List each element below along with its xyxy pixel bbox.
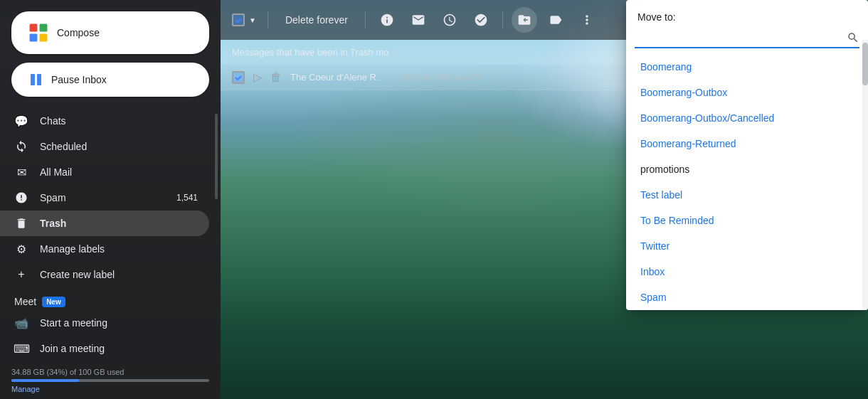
check-circle-icon <box>474 13 488 27</box>
meet-section: Meet New 📹 Start a meeting ⌨ Join a meet… <box>0 287 221 362</box>
sidebar-item-label: Trash <box>40 218 198 229</box>
storage-text: 34.88 GB (34%) of 100 GB used <box>11 368 124 376</box>
dropdown-item-boomerang-outbox[interactable]: Boomerang-Outbox <box>626 80 868 105</box>
label-button[interactable] <box>543 7 568 33</box>
sidebar-item-chats[interactable]: 💬 Chats <box>0 108 209 134</box>
dropdown-item-to-be-reminded[interactable]: To Be Reminded <box>626 208 868 233</box>
label-icon <box>549 13 563 27</box>
info-icon <box>380 13 394 27</box>
search-icon <box>847 31 859 44</box>
sidebar: Compose Pause Inbox 💬 Chats Scheduled <box>0 0 221 399</box>
trash-bar-text: Messages that have been in Trash mo <box>232 47 388 58</box>
sidebar-item-join-meeting[interactable]: ⌨ Join a meeting <box>0 336 209 361</box>
storage-bar-bg <box>11 379 209 382</box>
dropdown-item-boomerang[interactable]: Boomerang <box>626 54 868 80</box>
email-sender: The Coeur d'Alene R. <box>290 72 390 83</box>
dropdown-item-spam[interactable]: Spam <box>626 284 868 310</box>
compose-plus-icon <box>28 23 48 43</box>
dropdown-item-inbox[interactable]: Inbox <box>626 259 868 284</box>
snooze-button[interactable] <box>437 7 462 33</box>
svg-rect-3 <box>40 34 48 42</box>
create-label-icon: + <box>14 267 28 282</box>
pause-inbox-label: Pause Inbox <box>51 74 107 85</box>
toolbar-separator-3 <box>502 11 503 28</box>
move-to-button[interactable] <box>512 7 537 33</box>
email-forward-icon: ▷ <box>253 70 262 84</box>
meet-label: Meet <box>14 296 36 307</box>
manage-storage-link[interactable]: Manage <box>11 385 40 393</box>
meet-new-badge: New <box>42 297 65 307</box>
folder-move-icon <box>517 13 531 27</box>
meet-header: Meet New <box>0 293 221 310</box>
move-to-dropdown: Move to: Boomerang Boomerang-Outbox Boom… <box>626 0 868 310</box>
spam-icon <box>14 191 28 205</box>
sidebar-item-label: Create new label <box>40 269 198 280</box>
dropdown-item-label: Spam <box>640 292 667 303</box>
sidebar-item-label: Start a meeting <box>40 317 198 329</box>
more-options-button[interactable] <box>574 7 600 33</box>
sidebar-item-all-mail[interactable]: ✉ All Mail <box>0 159 209 185</box>
delete-forever-button[interactable]: Delete forever <box>277 10 356 30</box>
sidebar-item-label: Scheduled <box>40 141 198 152</box>
compose-label: Compose <box>57 27 100 38</box>
sidebar-item-spam[interactable]: Spam 1,541 <box>0 185 209 211</box>
dropdown-item-boomerang-returned[interactable]: Boomerang-Returned <box>626 131 868 156</box>
chats-icon: 💬 <box>14 114 28 128</box>
scroll-indicator <box>215 114 218 199</box>
storage-section: 34.88 GB (34%) of 100 GB used Manage <box>0 362 221 399</box>
dropdown-item-promotions[interactable]: promotions <box>626 156 868 182</box>
dropdown-item-label: Test label <box>640 189 682 201</box>
sidebar-item-create-label[interactable]: + Create new label <box>0 262 209 287</box>
dropdown-item-label: Twitter <box>640 240 669 252</box>
dropdown-scrollbar[interactable] <box>862 40 868 310</box>
email-checkbox[interactable] <box>232 71 245 84</box>
pause-icon <box>28 73 43 87</box>
dropdown-item-boomerang-outbox-cancelled[interactable]: Boomerang-Outbox/Cancelled <box>626 105 868 131</box>
compose-button[interactable]: Compose <box>11 11 209 54</box>
sidebar-item-trash[interactable]: Trash <box>0 211 209 236</box>
sidebar-item-label: Join a meeting <box>40 343 198 354</box>
mail-button[interactable] <box>406 7 431 33</box>
sidebar-item-start-meeting[interactable]: 📹 Start a meeting <box>0 310 209 336</box>
move-to-search-container <box>635 28 859 48</box>
search-button[interactable] <box>847 31 859 44</box>
pause-inbox-button[interactable]: Pause Inbox <box>11 63 209 97</box>
scheduled-icon <box>14 139 28 154</box>
video-icon: 📹 <box>14 316 28 330</box>
sidebar-item-scheduled[interactable]: Scheduled <box>0 134 209 159</box>
dropdown-item-label: promotions <box>640 164 689 175</box>
info-button[interactable] <box>374 7 400 33</box>
sidebar-item-manage-labels[interactable]: ⚙ Manage labels <box>0 236 209 262</box>
dropdown-item-label: Inbox <box>640 266 665 277</box>
clock-icon <box>443 13 457 27</box>
toolbar-separator-1 <box>268 11 268 28</box>
select-all-checkbox[interactable] <box>232 14 245 26</box>
email-checkmark-icon <box>234 73 243 82</box>
delete-forever-label: Delete forever <box>285 14 348 26</box>
checkmark-icon <box>234 16 243 24</box>
sidebar-item-label: Manage labels <box>40 243 198 255</box>
manage-labels-icon: ⚙ <box>14 242 28 256</box>
all-mail-icon: ✉ <box>14 165 28 179</box>
move-to-label: Move to: <box>637 11 676 23</box>
svg-rect-0 <box>30 24 38 32</box>
move-to-search-input[interactable] <box>635 32 847 43</box>
sidebar-item-label: All Mail <box>40 166 198 178</box>
dropdown-scrollbar-thumb <box>862 43 868 85</box>
dropdown-item-label: Boomerang <box>640 61 692 73</box>
more-vertical-icon <box>580 13 594 27</box>
mark-done-button[interactable] <box>468 7 494 33</box>
checkbox-dropdown-button[interactable]: ▼ <box>246 14 259 27</box>
dropdown-list: Boomerang Boomerang-Outbox Boomerang-Out… <box>626 54 868 310</box>
dropdown-item-label: Boomerang-Outbox/Cancelled <box>640 112 774 124</box>
nav-items: 💬 Chats Scheduled ✉ All Mail Spam 1,541 <box>0 105 221 362</box>
spam-count: 1,541 <box>176 193 198 203</box>
dropdown-item-twitter[interactable]: Twitter <box>626 233 868 259</box>
mail-icon <box>411 13 425 27</box>
dropdown-item-label: Boomerang-Returned <box>640 138 736 149</box>
dropdown-item-test-label[interactable]: Test label <box>626 182 868 208</box>
move-to-header: Move to: <box>626 0 868 28</box>
keyboard-icon: ⌨ <box>14 341 28 356</box>
dropdown-item-label: To Be Reminded <box>640 215 714 226</box>
sidebar-item-label: Spam <box>40 192 176 203</box>
